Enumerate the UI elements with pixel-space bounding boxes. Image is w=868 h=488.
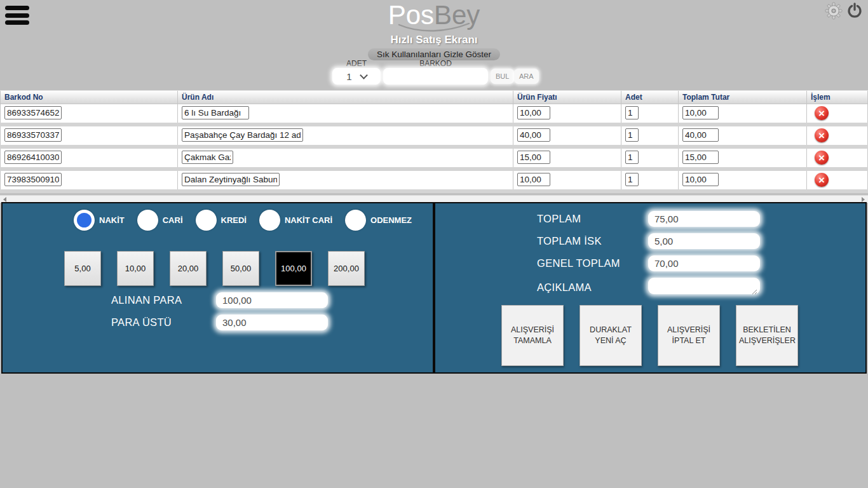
table-body: × × ×: [0, 104, 868, 193]
col-header-urun-adi: Ürün Adı: [178, 91, 513, 104]
payment-method-label: KREDİ: [221, 215, 247, 225]
delete-row-icon[interactable]: ×: [815, 128, 829, 142]
delete-row-icon[interactable]: ×: [815, 106, 829, 120]
quantity-input[interactable]: [625, 128, 639, 142]
table-row: ×: [0, 149, 868, 171]
quantity-input[interactable]: [625, 151, 639, 164]
quantity-select-value: 1: [346, 71, 351, 82]
radio-circle-icon: [74, 210, 95, 231]
alinan-para-label: ALINAN PARA: [111, 294, 182, 306]
payment-method-label: ODENMEZ: [370, 215, 412, 225]
table-header-row: Barkod No Ürün Adı Ürün Fiyatı Adet Topl…: [0, 90, 868, 104]
col-header-adet: Adet: [621, 91, 679, 104]
price-input[interactable]: [517, 106, 550, 119]
product-name-input[interactable]: [182, 151, 233, 164]
product-name-input[interactable]: [182, 128, 303, 142]
aciklama-textarea[interactable]: [648, 278, 760, 294]
payment-method-radio[interactable]: NAKİT CARİ: [259, 210, 332, 231]
denomination-key[interactable]: 5,00: [64, 251, 101, 286]
barcode-input[interactable]: [4, 128, 62, 142]
quantity-select[interactable]: 1: [332, 68, 381, 85]
col-header-barkod-no: Barkod No: [0, 91, 178, 104]
radio-circle-icon: [345, 210, 366, 231]
col-header-islem: İşlem: [807, 91, 868, 104]
barcode-search-input[interactable]: [383, 68, 488, 85]
scroll-left-arrow-icon[interactable]: [3, 197, 6, 202]
toplam-isk-input[interactable]: [648, 233, 760, 249]
quantity-input[interactable]: [625, 173, 639, 186]
payment-method-label: NAKİT: [99, 215, 125, 225]
total-input[interactable]: [682, 106, 719, 119]
genel-toplam-input[interactable]: [648, 255, 760, 271]
settings-gear-icon[interactable]: [825, 2, 843, 20]
toplam-isk-label: TOPLAM İSK: [537, 235, 648, 247]
para-ustu-label: PARA ÜSTÜ: [111, 316, 172, 329]
radio-circle-icon: [259, 210, 280, 231]
para-ustu-input[interactable]: [216, 315, 328, 330]
payment-method-label: CARİ: [163, 215, 183, 225]
table-row: ×: [0, 104, 868, 126]
sale-items-table: Barkod No Ürün Adı Ürün Fiyatı Adet Topl…: [0, 90, 868, 193]
denomination-key[interactable]: 50,00: [222, 251, 259, 286]
alinan-para-input[interactable]: [216, 292, 328, 308]
radio-circle-icon: [196, 210, 217, 231]
action-buttons: ALIŞVERİŞİ TAMAMLA DURAKLAT YENİ AÇ ALIŞ…: [501, 305, 798, 366]
delete-row-icon[interactable]: ×: [815, 173, 829, 187]
payment-method-radio[interactable]: ODENMEZ: [345, 210, 412, 231]
genel-toplam-label: GENEL TOPLAM: [537, 257, 648, 269]
bul-button[interactable]: BUL: [491, 69, 514, 84]
totals-panel: TOPLAM TOPLAM İSK GENEL TOPLAM AÇIKLAMA …: [434, 202, 867, 374]
scroll-right-arrow-icon[interactable]: [862, 197, 865, 202]
table-row: ×: [0, 171, 868, 193]
aciklama-label: AÇIKLAMA: [537, 281, 648, 294]
payment-method-radio[interactable]: KREDİ: [196, 210, 247, 231]
denomination-key[interactable]: 10,00: [117, 251, 154, 286]
page-title: Hızlı Satış Ekranı: [0, 34, 868, 46]
payment-method-label: NAKİT CARİ: [285, 215, 332, 225]
col-header-toplam-tutar: Toplam Tutar: [679, 91, 807, 104]
action-button[interactable]: ALIŞVERİŞİ İPTAL ET: [658, 305, 720, 366]
power-icon[interactable]: [846, 3, 863, 20]
barcode-input[interactable]: [4, 173, 62, 186]
total-input[interactable]: [682, 173, 719, 186]
col-header-urun-fiyati: Ürün Fiyatı: [513, 91, 621, 104]
price-input[interactable]: [517, 173, 550, 186]
total-input[interactable]: [682, 128, 719, 142]
ara-button[interactable]: ARA: [514, 69, 539, 84]
product-name-input[interactable]: [182, 173, 280, 186]
denomination-key[interactable]: 100,00: [275, 251, 312, 286]
barcode-input[interactable]: [4, 106, 62, 119]
action-button[interactable]: ALIŞVERİŞİ TAMAMLA: [501, 305, 564, 366]
toplam-input[interactable]: [648, 211, 760, 227]
action-button[interactable]: BEKLETİLEN ALIŞVERİŞLER: [736, 305, 798, 366]
payment-method-group: NAKİT CARİ KREDİ NAKİT CARİ: [74, 210, 412, 231]
quantity-input[interactable]: [625, 106, 639, 119]
action-button[interactable]: DURAKLAT YENİ AÇ: [580, 305, 642, 366]
total-input[interactable]: [682, 151, 719, 164]
payment-method-radio[interactable]: CARİ: [137, 210, 183, 231]
price-input[interactable]: [517, 151, 550, 164]
delete-row-icon[interactable]: ×: [815, 151, 829, 165]
toplam-label: TOPLAM: [537, 213, 648, 225]
price-input[interactable]: [517, 128, 550, 142]
payment-panel: NAKİT CARİ KREDİ NAKİT CARİ: [1, 202, 434, 374]
table-row: ×: [0, 126, 868, 149]
barkod-label: BARKOD: [383, 59, 488, 68]
logo-swoosh: [396, 23, 472, 33]
barcode-input[interactable]: [4, 151, 62, 164]
adet-label: ADET: [332, 59, 381, 68]
product-name-input[interactable]: [182, 106, 249, 119]
pos-quick-sale-screen: PosBey Hızlı Satış Ekran: [0, 0, 868, 488]
chevron-down-icon: [360, 71, 368, 79]
denomination-key[interactable]: 200,00: [328, 251, 365, 286]
denomination-key[interactable]: 20,00: [170, 251, 207, 286]
denomination-keys: 5,00 10,00 20,00 50,00 100,00 200,00: [64, 251, 365, 286]
radio-circle-icon: [137, 210, 158, 231]
payment-method-radio[interactable]: NAKİT: [74, 210, 125, 231]
